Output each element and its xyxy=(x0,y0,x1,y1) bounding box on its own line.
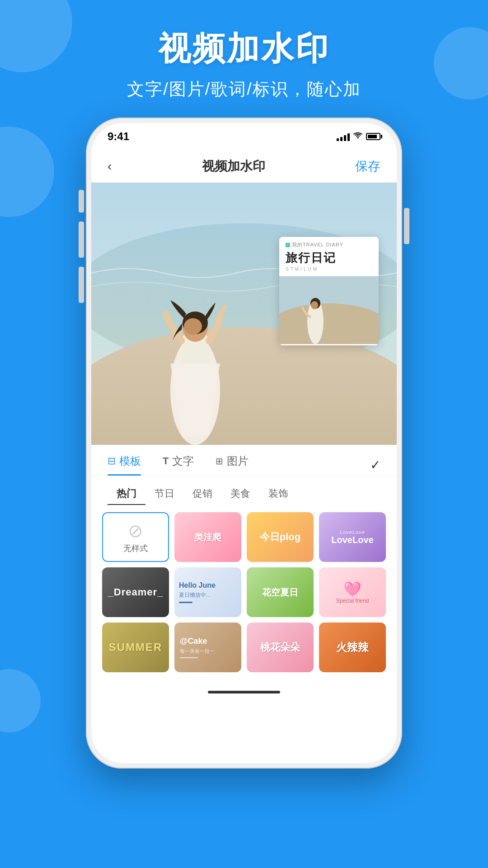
cat-promo[interactable]: 促销 xyxy=(183,483,221,505)
confirm-check-button[interactable]: ✓ xyxy=(370,458,380,472)
tab-template-label: 模板 xyxy=(119,454,141,468)
signal-bar-1 xyxy=(337,138,339,141)
image-icon: ⊞ xyxy=(216,456,223,467)
template-summer-day-text: 花空夏日 xyxy=(262,586,298,599)
nav-title: 视频加水印 xyxy=(202,158,265,175)
template-hello-june[interactable]: Hello June 夏日懒放中... xyxy=(174,567,241,617)
watermark-card-image xyxy=(279,276,379,344)
watermark-icon-box xyxy=(286,243,290,247)
template-cake-title: @Cake xyxy=(180,637,236,646)
template-cake-bar xyxy=(180,657,198,658)
cat-hot[interactable]: 热门 xyxy=(108,483,145,505)
template-hello-june-bar xyxy=(179,602,192,603)
template-cake[interactable]: @Cake 每一美食一段一 xyxy=(174,623,241,672)
template-spicy-text: 火辣辣 xyxy=(336,640,369,655)
template-love-content: LoveLove LoveLove xyxy=(331,529,373,545)
template-plog-text: 今日plog xyxy=(260,530,300,544)
category-row: 热门 节日 促销 美食 装饰 xyxy=(91,476,397,512)
battery-icon xyxy=(366,133,380,140)
signal-icon xyxy=(337,132,350,141)
text-icon: T xyxy=(163,455,169,467)
signal-bar-4 xyxy=(347,133,350,141)
status-time: 9:41 xyxy=(108,130,129,143)
nav-save-button[interactable]: 保存 xyxy=(355,158,380,175)
status-icons xyxy=(337,132,380,142)
template-icon: ⊟ xyxy=(108,455,116,467)
header-subtitle: 文字/图片/歌词/标识，随心加 xyxy=(0,78,488,101)
home-indicator xyxy=(91,683,397,701)
home-bar xyxy=(208,691,280,693)
template-no-style[interactable]: ⊘ 无样式 xyxy=(102,512,169,562)
template-hello-june-content: Hello June 夏日懒放中... xyxy=(179,581,237,603)
signal-bar-3 xyxy=(344,135,346,141)
template-cute-text: 类洼爬 xyxy=(194,531,221,543)
tab-text-label: 文字 xyxy=(172,454,194,468)
phone-notch xyxy=(203,123,285,139)
template-love-text: LoveLove xyxy=(331,529,373,535)
phone-btn-left-2 xyxy=(79,222,84,258)
template-spicy[interactable]: 火辣辣 xyxy=(319,623,386,672)
bottom-panel: ⊟ 模板 T 文字 ⊞ 图片 ✓ 热门 节日 xyxy=(91,445,397,701)
watermark-subtitle: STMILUM xyxy=(286,267,372,272)
template-special-friend[interactable]: 🩷 Special friend xyxy=(319,567,386,617)
svg-point-10 xyxy=(279,303,379,344)
template-love[interactable]: LoveLove LoveLove xyxy=(319,512,386,562)
phone-btn-right xyxy=(404,208,409,244)
phone-btn-left-1 xyxy=(79,190,84,212)
watermark-title: 旅行日记 xyxy=(286,250,372,266)
template-flowers-text: 桃花朵朵 xyxy=(260,641,300,654)
svg-point-0 xyxy=(357,137,359,138)
phone-wrapper: 9:41 xyxy=(86,118,402,787)
template-summer-day[interactable]: 花空夏日 xyxy=(247,567,314,617)
template-cute[interactable]: 类洼爬 xyxy=(174,512,241,562)
cat-holiday[interactable]: 节日 xyxy=(145,483,183,505)
template-summer-text: SUMMER xyxy=(109,641,163,654)
wifi-icon xyxy=(353,132,362,142)
tab-template[interactable]: ⊟ 模板 xyxy=(108,454,141,476)
watermark-overlay-card: 我的TRAVEL DIARY 旅行日记 STMILUM xyxy=(279,237,379,345)
watermark-small-label: 我的TRAVEL DIARY xyxy=(286,241,372,248)
template-special-friend-text: Special friend xyxy=(336,598,369,604)
template-special-friend-content: 🩷 Special friend xyxy=(336,580,369,604)
template-summer[interactable]: SUMMER xyxy=(102,623,169,672)
tab-text[interactable]: T 文字 xyxy=(163,454,194,476)
no-style-ban-icon: ⊘ xyxy=(128,520,143,541)
template-heart-icon: 🩷 xyxy=(336,580,369,598)
template-love-title: LoveLove xyxy=(331,535,373,545)
svg-point-8 xyxy=(184,318,202,335)
video-preview-area: 我的TRAVEL DIARY 旅行日记 STMILUM xyxy=(91,183,397,445)
template-dreamer[interactable]: _Dreamer_ xyxy=(102,567,169,617)
cat-food[interactable]: 美食 xyxy=(221,483,259,505)
nav-back-button[interactable]: ‹ xyxy=(108,159,112,174)
nav-bar: ‹ 视频加水印 保存 xyxy=(91,150,397,183)
header-area: 视频加水印 文字/图片/歌词/标识，随心加 xyxy=(0,27,488,101)
tab-image-label: 图片 xyxy=(227,454,249,468)
template-cake-sub: 每一美食一段一 xyxy=(180,648,236,655)
signal-bar-2 xyxy=(340,137,343,141)
phone-outer: 9:41 xyxy=(86,118,402,769)
template-grid: ⊘ 无样式 类洼爬 今日plog LoveLove xyxy=(91,512,397,683)
template-flowers[interactable]: 桃花朵朵 xyxy=(247,623,314,672)
battery-fill xyxy=(368,135,377,138)
tab-image[interactable]: ⊞ 图片 xyxy=(216,454,249,476)
template-dreamer-text: _Dreamer_ xyxy=(108,586,164,598)
template-hello-june-title: Hello June xyxy=(179,581,237,590)
template-plog[interactable]: 今日plog xyxy=(247,512,314,562)
template-hello-june-sub: 夏日懒放中... xyxy=(179,591,237,599)
cat-decor[interactable]: 装饰 xyxy=(259,483,297,505)
template-cake-content: @Cake 每一美食一段一 xyxy=(180,637,236,658)
phone-screen: 9:41 xyxy=(91,123,397,763)
tab-bar: ⊟ 模板 T 文字 ⊞ 图片 ✓ xyxy=(91,445,397,476)
no-style-label: 无样式 xyxy=(123,543,148,554)
bg-circle-4 xyxy=(0,669,41,732)
bg-circle-3 xyxy=(0,127,54,217)
header-title: 视频加水印 xyxy=(0,27,488,71)
phone-btn-left-3 xyxy=(79,267,84,303)
svg-point-14 xyxy=(311,301,318,309)
